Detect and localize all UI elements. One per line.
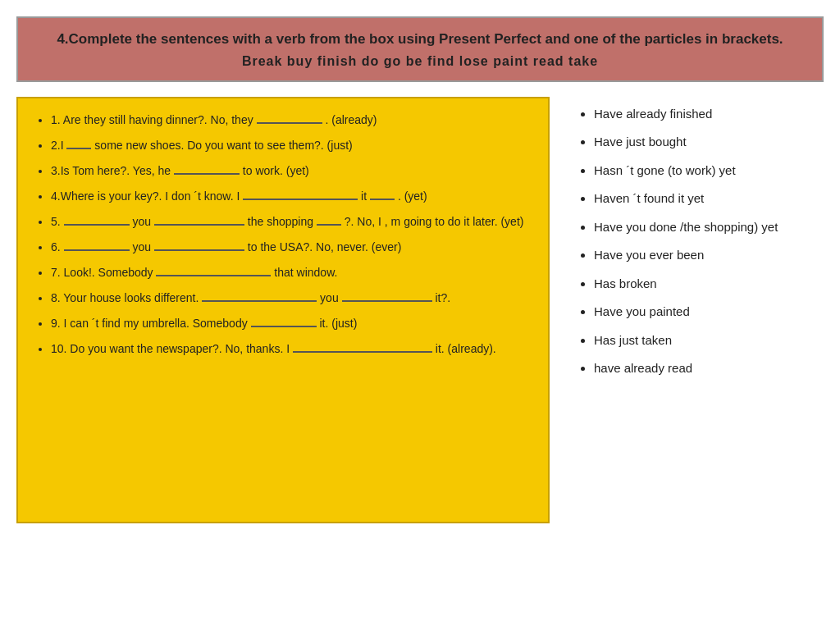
list-item: 6. you to the USA?. No, never. (ever) [51,239,532,256]
header-box: 4.Complete the sentences with a verb fro… [16,16,824,82]
list-item: Have you done /the shopping) yet [594,218,820,237]
left-box: 1. Are they still having dinner?. No, th… [16,97,550,523]
list-item: Have already finished [594,105,820,124]
list-item: Has broken [594,275,820,294]
list-item: 7. Look!. Somebody that window. [51,264,532,281]
list-item: 4.Where is your key?. I don ´t know. I i… [51,188,532,205]
list-item: Have you painted [594,303,820,322]
list-item: Have just bought [594,133,820,152]
left-list: 1. Are they still having dinner?. No, th… [34,112,532,358]
list-item: 5. you the shopping ?. No, I , m going t… [51,213,532,231]
list-item: Has just taken [594,331,820,350]
list-item: Haven ´t found it yet [594,189,820,208]
list-item: Hasn ´t gone (to work) yet [594,162,820,180]
right-list: Have already finished Have just bought H… [574,105,820,378]
right-box: Have already finished Have just bought H… [566,97,820,396]
list-item: Have you ever been [594,246,820,265]
list-item: 10. Do you want the newspaper?. No, than… [51,340,532,358]
list-item: 2.I some new shoes. Do you want to see t… [51,137,532,154]
list-item: 3.Is Tom here?. Yes, he to work. (yet) [51,162,532,180]
header-title: 4.Complete the sentences with a verb fro… [34,30,806,49]
header-words: Break buy finish do go be find lose pain… [34,54,806,69]
list-item: 1. Are they still having dinner?. No, th… [51,112,532,129]
list-item: 9. I can ´t find my umbrella. Somebody i… [51,315,532,332]
list-item: 8. Your house looks different. you it?. [51,290,532,307]
main-content: 1. Are they still having dinner?. No, th… [16,97,824,523]
list-item: have already read [594,359,820,378]
